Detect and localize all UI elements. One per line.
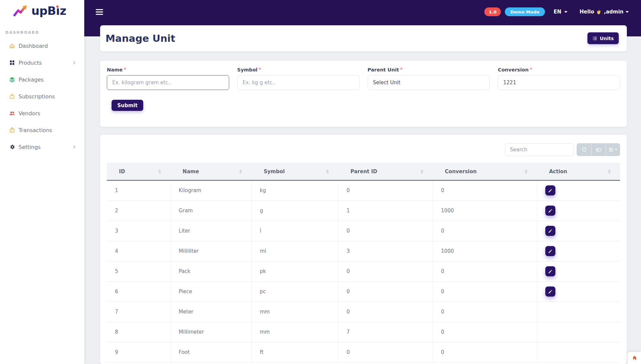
cell-symbol: pc bbox=[251, 281, 338, 302]
debug-toolbar-button[interactable] bbox=[628, 352, 641, 364]
field-conversion: Conversion* bbox=[498, 66, 620, 90]
cell-name: Piece bbox=[171, 281, 252, 302]
chevron-right-icon bbox=[71, 144, 77, 150]
column-header-action[interactable]: Action bbox=[537, 163, 620, 180]
cell-conversion: 0 bbox=[433, 261, 537, 281]
sidebar-item-settings[interactable]: Settings bbox=[0, 139, 84, 155]
column-header-conversion[interactable]: Conversion bbox=[433, 163, 537, 180]
user-dropdown[interactable]: Hello ,admin bbox=[580, 9, 629, 15]
units-table: ID Name Symbol Parent ID Conversion Acti… bbox=[107, 163, 620, 363]
refresh-button[interactable] bbox=[577, 143, 591, 156]
units-button[interactable]: Units bbox=[587, 32, 619, 44]
sidebar-item-transactions[interactable]: Transactions bbox=[0, 122, 84, 139]
conversion-input[interactable] bbox=[498, 75, 620, 90]
name-input[interactable] bbox=[107, 75, 229, 90]
edit-button[interactable] bbox=[545, 246, 555, 256]
toggle-view-button[interactable] bbox=[591, 143, 606, 156]
cell-name: Gram bbox=[171, 201, 252, 221]
sidebar-item-vendors[interactable]: Vendors bbox=[0, 105, 84, 122]
edit-button[interactable] bbox=[545, 226, 555, 236]
edit-button[interactable] bbox=[545, 185, 555, 195]
edit-button[interactable] bbox=[545, 286, 555, 297]
symbol-input[interactable] bbox=[237, 75, 360, 90]
required-asterisk: * bbox=[400, 66, 403, 73]
cell-parent-id: 0 bbox=[338, 342, 433, 362]
cell-id: 1 bbox=[107, 180, 171, 201]
column-header-symbol[interactable]: Symbol bbox=[251, 163, 338, 180]
required-asterisk: * bbox=[258, 66, 261, 73]
table-row: 5Packpk00 bbox=[107, 261, 620, 281]
cell-action bbox=[537, 201, 620, 221]
demo-mode-badge: Demo Mode bbox=[505, 7, 545, 16]
cell-action bbox=[537, 241, 620, 261]
sidebar-item-subscriptions[interactable]: Subscriptions bbox=[0, 88, 84, 105]
brand-wordmark: upBız bbox=[31, 5, 66, 17]
layers-icon bbox=[9, 77, 15, 83]
caret-down-icon bbox=[615, 149, 617, 150]
sidebar-item-dashboard[interactable]: Dashboard bbox=[0, 37, 84, 54]
toggle-icon bbox=[596, 147, 602, 153]
unit-form-card: Name* Symbol* Parent Unit* Select Unit C… bbox=[100, 61, 627, 127]
cell-action bbox=[537, 180, 620, 201]
trending-up-arrow-icon bbox=[13, 5, 29, 17]
page-header-card: Manage Unit Units bbox=[100, 25, 627, 51]
edit-button[interactable] bbox=[545, 266, 555, 276]
cell-conversion: 0 bbox=[433, 342, 537, 362]
cell-id: 5 bbox=[107, 261, 171, 281]
sidebar-menu: Dashboard Products Packages Subscription… bbox=[0, 37, 84, 155]
cell-id: 4 bbox=[107, 241, 171, 261]
cell-name: Pack bbox=[171, 261, 252, 281]
sort-icon bbox=[158, 170, 161, 174]
caret-down-icon bbox=[564, 11, 568, 13]
column-header-parent-id[interactable]: Parent ID bbox=[338, 163, 433, 180]
cell-action bbox=[537, 281, 620, 302]
version-badge: 1.0 bbox=[484, 7, 501, 16]
shopping-bag-icon bbox=[9, 127, 15, 133]
table-row: 3Literl00 bbox=[107, 221, 620, 241]
gear-icon bbox=[9, 144, 15, 150]
cell-id: 9 bbox=[107, 342, 171, 362]
cell-id: 2 bbox=[107, 201, 171, 221]
cell-symbol: mm bbox=[251, 302, 338, 322]
sort-icon bbox=[525, 170, 527, 174]
cell-action bbox=[537, 261, 620, 281]
edit-button[interactable] bbox=[545, 206, 555, 216]
cell-name: Milliliter bbox=[171, 241, 252, 261]
cell-symbol: g bbox=[251, 201, 338, 221]
sidebar-item-packages[interactable]: Packages bbox=[0, 71, 84, 88]
required-asterisk: * bbox=[124, 66, 126, 73]
cell-id: 7 bbox=[107, 302, 171, 322]
cell-name: Millimeter bbox=[171, 322, 252, 342]
language-dropdown[interactable]: EN bbox=[554, 9, 568, 15]
sort-icon bbox=[239, 170, 242, 174]
cell-action bbox=[537, 302, 620, 322]
cell-action bbox=[537, 221, 620, 241]
cell-symbol: mm bbox=[251, 322, 338, 342]
refresh-icon bbox=[581, 147, 587, 152]
column-header-id[interactable]: ID bbox=[107, 163, 171, 180]
table-row: 6Piecepc00 bbox=[107, 281, 620, 302]
search-input[interactable] bbox=[505, 143, 574, 156]
sidebar-section-label: DASHBOARD bbox=[5, 30, 84, 35]
cell-parent-id: 3 bbox=[338, 241, 433, 261]
table-row: 4Milliliterml31000 bbox=[107, 241, 620, 261]
column-header-name[interactable]: Name bbox=[171, 163, 252, 180]
hamburger-icon[interactable] bbox=[94, 8, 104, 16]
list-icon bbox=[592, 36, 597, 41]
columns-dropdown-button[interactable] bbox=[606, 143, 620, 156]
cell-conversion: 0 bbox=[433, 281, 537, 302]
cell-conversion: 1000 bbox=[433, 201, 537, 221]
field-name: Name* bbox=[107, 66, 229, 90]
table-row: 1Kilogramkg00 bbox=[107, 180, 620, 201]
brand-logo[interactable]: upBız bbox=[0, 0, 84, 17]
submit-button[interactable]: Submit bbox=[112, 100, 143, 111]
parent-unit-select[interactable]: Select Unit bbox=[368, 75, 490, 90]
table-row: 2Gramg11000 bbox=[107, 201, 620, 221]
caret-down-icon bbox=[625, 11, 629, 13]
cell-name: Foot bbox=[171, 342, 252, 362]
cell-conversion: 0 bbox=[433, 302, 537, 322]
cell-id: 8 bbox=[107, 322, 171, 342]
cell-conversion: 0 bbox=[433, 221, 537, 241]
sidebar-item-products[interactable]: Products bbox=[0, 54, 84, 71]
cell-id: 3 bbox=[107, 221, 171, 241]
